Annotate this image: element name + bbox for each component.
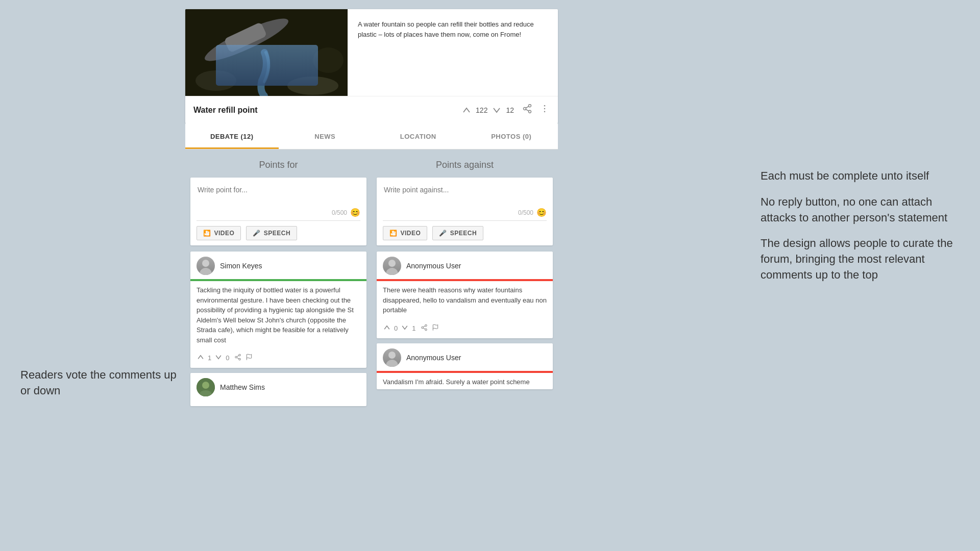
avatar-simon [197,257,215,275]
comment-for-1: Matthew Sims [190,373,366,406]
card-title: Water refill point [193,106,461,115]
upvote-anon0-icon[interactable] [383,323,391,333]
card-description: A water fountain so people can refill th… [348,9,551,49]
annotation-right-2: No reply button, no one can attach attac… [761,194,954,226]
svg-line-18 [237,356,239,357]
points-against-col: Points against 0/500 😊 🎦 VIDEO 🎤 SPEECH [372,155,558,411]
debate-area: Points for 0/500 😊 🎦 VIDEO 🎤 SPEECH [185,149,558,411]
tabs: DEBATE (12) NEWS LOCATION PHOTOS (0) [185,123,558,149]
top-card: A water fountain so people can refill th… [185,9,558,123]
tab-news[interactable]: NEWS [279,123,372,149]
downvote-icon[interactable] [492,105,502,115]
write-point-against-meta: 0/500 😊 [377,208,553,220]
comment-for-1-header: Matthew Sims [190,373,366,400]
vote-controls: 122 12 [461,104,550,116]
flag-anon0-icon[interactable] [432,324,439,333]
svg-point-4 [287,77,338,95]
text-anon-0: There were health reasons why water foun… [377,285,553,320]
write-point-against-box: 0/500 😊 🎦 VIDEO 🎤 SPEECH [377,178,553,245]
footer-simon: 1 0 [190,350,366,368]
comment-against-1-header: Anonymous User [377,343,553,371]
svg-line-10 [526,106,529,108]
card-description-text: A water fountain so people can refill th… [358,19,541,39]
author-anon-0: Anonymous User [406,262,461,270]
annotation-right: Each must be complete unto itself No rep… [761,168,954,293]
write-point-for-input[interactable] [190,178,366,206]
author-anon-1: Anonymous User [406,354,461,362]
arrow-up-svg [461,105,472,115]
downvote-simon-icon[interactable] [214,353,223,363]
annotation-left: Readers vote the comments up or down [20,367,179,409]
downvote-anon0-count: 1 [412,324,415,332]
downvote-anon0-icon[interactable] [401,323,409,333]
annotation-right-3: The design allows people to curate the f… [761,236,954,283]
points-for-col: Points for 0/500 😊 🎦 VIDEO 🎤 SPEECH [185,155,372,411]
speech-label-against: SPEECH [450,230,477,237]
points-for-header: Points for [190,155,366,178]
svg-point-7 [524,108,526,110]
bar-against-0 [377,279,553,281]
upvote-count: 122 [476,106,487,114]
annotation-right-1: Each must be complete unto itself [761,168,954,184]
svg-point-6 [529,105,531,107]
text-anon-1: Vandalism I'm afraid. Surely a water poi… [377,377,553,389]
upvote-simon-count: 1 [208,354,211,362]
footer-anon-0: 0 1 [377,320,553,338]
upvote-icon[interactable] [461,105,472,115]
downvote-simon-count: 0 [226,354,229,362]
speech-btn-for[interactable]: 🎤 SPEECH [246,226,297,240]
comment-against-0: Anonymous User There were health reasons… [377,252,553,338]
svg-point-16 [239,358,241,360]
author-simon: Simon Keyes [220,262,262,270]
tab-debate[interactable]: DEBATE (12) [185,123,279,149]
share-anon0-icon[interactable] [421,324,428,333]
share-simon-icon[interactable] [234,354,241,362]
text-simon: Tackling the iniquity of bottled water i… [190,285,366,350]
avatar-matthew [197,378,215,396]
more-icon[interactable] [540,104,550,116]
points-against-header: Points against [377,155,553,178]
video-icon-for: 🎦 [203,230,211,237]
card-footer: Water refill point 122 12 [185,96,558,123]
tab-photos[interactable]: PHOTOS (0) [465,123,558,149]
comment-for-0: Simon Keyes Tackling the iniquity of bot… [190,252,366,368]
speech-btn-against[interactable]: 🎤 SPEECH [432,226,483,240]
video-label-against: VIDEO [401,230,421,237]
svg-point-3 [195,70,236,91]
avatar-anon-0 [383,257,401,275]
svg-point-15 [235,356,237,358]
svg-point-5 [313,47,344,73]
write-point-against-actions: 🎦 VIDEO 🎤 SPEECH [377,221,553,245]
svg-point-24 [422,327,424,329]
svg-point-21 [202,382,209,389]
card-image [185,9,348,96]
share-icon[interactable] [522,104,532,116]
svg-point-11 [544,105,546,107]
video-btn-against[interactable]: 🎦 VIDEO [383,226,427,240]
emoji-icon-against[interactable]: 😊 [536,208,547,217]
emoji-icon-for[interactable]: 😊 [350,208,360,217]
write-point-against-input[interactable] [377,178,553,206]
video-btn-for[interactable]: 🎦 VIDEO [197,226,241,240]
svg-point-8 [529,110,531,113]
video-label-for: VIDEO [214,230,235,237]
write-point-for-meta: 0/500 😊 [190,208,366,220]
svg-point-12 [544,108,546,110]
svg-line-27 [423,325,425,327]
flag-simon-icon[interactable] [246,354,253,362]
svg-point-14 [239,354,241,356]
main-container: A water fountain so people can refill th… [185,0,558,411]
char-count-against: 0/500 [518,209,533,216]
downvote-count: 12 [506,106,514,114]
svg-line-9 [526,109,529,111]
write-point-for-box: 0/500 😊 🎦 VIDEO 🎤 SPEECH [190,178,366,245]
upvote-anon0-count: 0 [394,324,398,332]
annotation-left-1: Readers vote the comments up or down [20,367,179,399]
char-count-for: 0/500 [332,209,347,216]
bar-for-0 [190,279,366,281]
comment-for-0-header: Simon Keyes [190,252,366,279]
author-matthew: Matthew Sims [220,383,265,391]
svg-point-25 [425,329,427,331]
upvote-simon-icon[interactable] [197,353,205,363]
tab-location[interactable]: LOCATION [372,123,465,149]
